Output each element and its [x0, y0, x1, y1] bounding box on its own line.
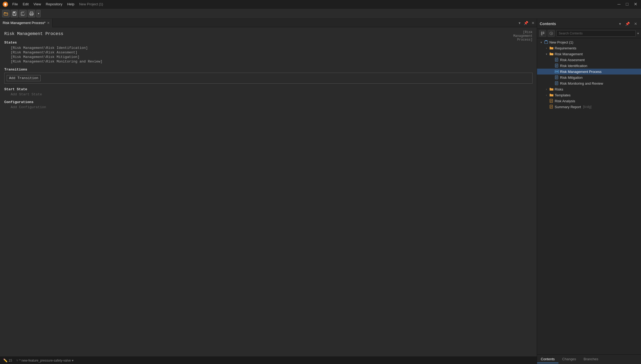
sidebar-pin-button[interactable]: 📌 — [624, 21, 631, 26]
title-bar: File Edit View Repository Help New Proje… — [0, 0, 641, 9]
contents-tree: ▾ New Project (1) › Requirements — [537, 38, 641, 354]
folder-icon — [549, 46, 554, 50]
risk-analysis-label: Risk Analysis — [555, 99, 575, 103]
configurations-placeholder: Add Configuration — [4, 105, 533, 109]
menu-view[interactable]: View — [31, 1, 43, 7]
sidebar-bottom-tabs: Contents Changes Branches — [537, 354, 641, 364]
svg-rect-22 — [545, 41, 548, 44]
doc-alt-icon — [549, 99, 554, 103]
menu-bar: File Edit View Repository Help New Proje… — [10, 1, 616, 7]
tab-dropdown-button[interactable]: ▾ — [518, 20, 522, 26]
breadcrumb: [RiskManagementProcess] — [513, 30, 533, 42]
toolbar-more-button[interactable]: ▾ — [36, 10, 41, 17]
tab-branches[interactable]: Branches — [580, 355, 602, 363]
tab-close-panel-button[interactable]: ✕ — [530, 20, 536, 26]
edit-count-status: ✏️ 15 — [3, 358, 12, 362]
sidebar-tree-view-button[interactable] — [539, 30, 546, 37]
spacer: › — [550, 58, 554, 62]
tree-item-templates[interactable]: › Templates — [537, 92, 641, 98]
print-button[interactable] — [28, 10, 35, 17]
summary-report-secondary: [tcslg] — [583, 105, 591, 109]
branch-dropdown-icon: ▾ — [72, 359, 73, 362]
tree-item-summary-report[interactable]: › Summary Report [tcslg] — [537, 104, 641, 110]
minimize-button[interactable]: ─ — [616, 1, 622, 7]
doc-title: Risk Management Process — [4, 32, 533, 36]
summary-report-label: Summary Report — [555, 105, 581, 109]
doc-alt-icon — [549, 105, 554, 109]
tree-item-risk-analysis[interactable]: › Risk Analysis — [537, 98, 641, 104]
folder-icon — [549, 93, 554, 97]
tab-contents[interactable]: Contents — [537, 355, 558, 363]
svg-rect-6 — [13, 14, 16, 15]
chevron-right-icon: › — [545, 87, 548, 91]
risk-monitoring-label: Risk Monitoring and Review — [560, 81, 603, 85]
maximize-button[interactable]: □ — [624, 1, 630, 7]
svg-rect-12 — [30, 12, 33, 13]
svg-rect-19 — [543, 32, 544, 33]
menu-help[interactable]: Help — [65, 1, 76, 7]
open-button[interactable] — [2, 10, 10, 17]
edit-count: 15 — [9, 359, 12, 362]
svg-rect-10 — [22, 12, 24, 13]
branch-icon: ⑂ — [16, 359, 18, 362]
tab-risk-management-process[interactable]: Risk Management Process* ✕ — [0, 19, 53, 27]
svg-rect-18 — [541, 34, 542, 35]
tab-changes[interactable]: Changes — [558, 355, 580, 363]
tree-item-risk-management[interactable]: ▾ Risk Management — [537, 51, 641, 57]
state-machine-icon — [555, 69, 559, 74]
doc-icon — [555, 58, 559, 62]
save-all-button[interactable] — [19, 10, 27, 17]
tree-item-risk-monitoring[interactable]: › Risk Monitoring and Review — [537, 80, 641, 86]
configurations-label: Configurations — [4, 100, 533, 104]
tree-item-risk-assesment[interactable]: › Risk Assesment — [537, 57, 641, 63]
tab-pin-button[interactable]: 📌 — [523, 20, 529, 26]
search-input[interactable] — [556, 30, 636, 37]
chevron-right-icon: › — [545, 93, 548, 97]
tree-item-requirements[interactable]: › Requirements — [537, 45, 641, 51]
tab-controls: ▾ 📌 ✕ — [518, 20, 537, 26]
window-controls: ─ □ ✕ — [616, 1, 639, 7]
menu-repository[interactable]: Repository — [44, 1, 64, 7]
states-section-label: States — [4, 41, 533, 45]
sidebar-close-button[interactable]: ✕ — [633, 21, 638, 26]
svg-rect-20 — [543, 33, 544, 34]
doc-icon — [555, 64, 559, 68]
sidebar-dropdown-button[interactable]: ▾ — [618, 21, 622, 26]
chevron-down-icon: ▾ — [545, 52, 548, 56]
editor-content: [RiskManagementProcess] Risk Management … — [0, 27, 537, 357]
app-logo — [2, 1, 9, 7]
branch-status[interactable]: ⑂ * new-feature_pressure-safety-valve ▾ — [16, 359, 73, 362]
close-button[interactable]: ✕ — [632, 1, 639, 7]
svg-rect-3 — [4, 13, 8, 15]
svg-point-33 — [555, 71, 557, 72]
risk-assesment-label: Risk Assesment — [560, 58, 585, 62]
project-icon — [544, 40, 548, 44]
transitions-label: Transitions — [4, 68, 533, 72]
svg-rect-15 — [33, 14, 33, 14]
menu-edit[interactable]: Edit — [21, 1, 31, 7]
folder-icon — [549, 87, 554, 91]
tree-item-risks[interactable]: › Risks — [537, 86, 641, 92]
risk-management-label: Risk Management — [555, 52, 583, 56]
start-state-label: Start State — [4, 87, 533, 91]
risk-management-process-label: Risk Management Process — [560, 70, 601, 74]
spacer: › — [545, 105, 548, 109]
search-dropdown-button[interactable]: ▾ — [637, 32, 639, 35]
risk-identification-label: Risk Identification — [560, 64, 587, 68]
tab-close-button[interactable]: ✕ — [47, 21, 50, 25]
svg-rect-23 — [545, 40, 547, 41]
tree-item-risk-mitigation[interactable]: › Risk Mitigation — [537, 75, 641, 80]
tree-item-root[interactable]: ▾ New Project (1) — [537, 39, 641, 45]
state-line-2: [Risk Management\Risk Assesment] — [4, 50, 533, 55]
menu-file[interactable]: File — [10, 1, 20, 7]
folder-open-icon — [549, 52, 554, 56]
transitions-box: Add Transition — [4, 73, 533, 84]
sidebar-history-button[interactable] — [548, 30, 555, 37]
sidebar: Contents ▾ 📌 ✕ — [537, 19, 641, 364]
add-transition-button[interactable]: Add Transition — [7, 75, 41, 81]
tree-item-risk-management-process[interactable]: › Risk Management Process — [537, 69, 641, 75]
save-button[interactable] — [11, 10, 18, 17]
tree-root-label: New Project (1) — [549, 40, 573, 44]
doc-icon — [555, 81, 559, 85]
tree-item-risk-identification[interactable]: › Risk Identification — [537, 63, 641, 69]
